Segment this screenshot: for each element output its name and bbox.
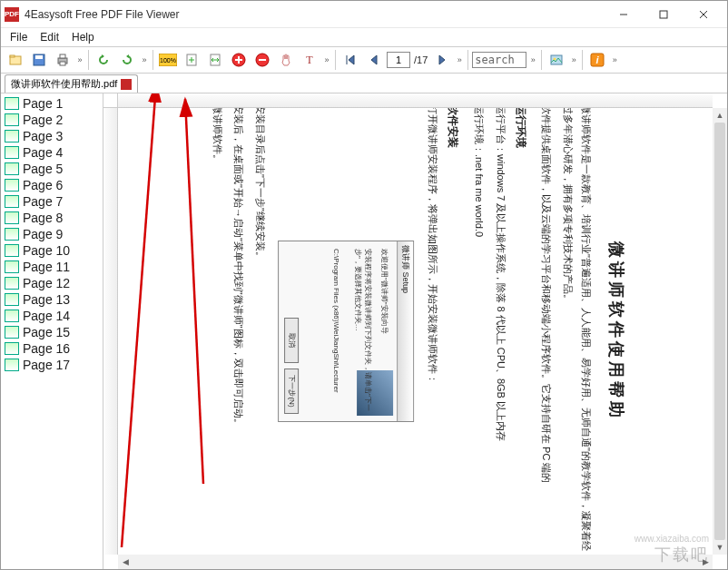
menu-help[interactable]: Help (66, 29, 100, 45)
zoom-in-button[interactable] (228, 49, 250, 71)
page-icon (5, 211, 19, 224)
maximize-button[interactable] (644, 2, 684, 27)
page-icon (5, 228, 19, 241)
scroll-up-button[interactable]: ▲ (713, 108, 727, 123)
page-thumb-16[interactable]: Page 16 (3, 340, 101, 357)
info-button[interactable]: i (586, 49, 608, 71)
scrollbar-vertical[interactable]: ▲ ▼ (713, 108, 727, 555)
toolbar-expander-3[interactable]: » (322, 55, 331, 64)
print-button[interactable] (52, 49, 74, 71)
page-thumb-15[interactable]: Page 15 (3, 324, 101, 340)
page-thumb-8[interactable]: Page 8 (3, 210, 101, 226)
page-count-label: /17 (412, 54, 429, 65)
ruler-vertical (103, 108, 118, 555)
scroll-left-button[interactable]: ◀ (118, 555, 133, 569)
zoom-out-button[interactable] (251, 49, 273, 71)
next-page-button[interactable] (431, 49, 453, 71)
page-thumb-3[interactable]: Page 3 (3, 128, 101, 144)
page-thumb-9[interactable]: Page 9 (3, 226, 101, 242)
doc-paragraph: 安装后，在桌面或"开始→启动"菜单中找到"微讲师"图标，双击即可启动。 (229, 108, 247, 555)
scroll-down-button[interactable]: ▼ (713, 540, 727, 555)
search-input[interactable] (472, 52, 526, 68)
page-canvas-wrap[interactable]: 微讲师软件使用帮助 微讲师软件是一款教育、培训行业"普遍适用、人人能用、易学好用… (118, 108, 713, 555)
save-button[interactable] (28, 49, 50, 71)
page-thumbnails-sidebar[interactable]: Page 1 Page 2 Page 3 Page 4 Page 5 Page … (1, 93, 103, 569)
page-icon (5, 342, 19, 355)
page-thumb-10[interactable]: Page 10 (3, 242, 101, 259)
page-icon (5, 162, 19, 175)
page-thumb-5[interactable]: Page 5 (3, 161, 101, 177)
watermark-brand: 下载吧 (654, 544, 709, 565)
zoom-actual-button[interactable]: 100% (157, 49, 179, 71)
page-thumb-12[interactable]: Page 12 (3, 275, 101, 291)
page-icon (5, 326, 19, 339)
prev-page-button[interactable] (363, 49, 385, 71)
document-content: 微讲师软件使用帮助 微讲师软件是一款教育、培训行业"普遍适用、人人能用、易学好用… (203, 108, 626, 555)
page-thumb-14[interactable]: Page 14 (3, 308, 101, 324)
doc-heading: 软件安装 (445, 108, 460, 555)
toolbar-expander-5[interactable]: » (528, 55, 537, 64)
svg-rect-10 (60, 62, 65, 65)
menu-file[interactable]: File (5, 29, 33, 45)
page-icon (5, 97, 19, 110)
snapshot-button[interactable] (546, 49, 567, 71)
document-tabstrip: 微讲师软件使用帮助.pdf (1, 74, 727, 93)
toolbar: » » 100% T » /17 » » » i » (1, 46, 727, 74)
toolbar-expander-6[interactable]: » (569, 55, 578, 64)
svg-text:T: T (306, 54, 313, 66)
open-button[interactable] (5, 49, 26, 71)
page-icon (5, 293, 19, 306)
app-icon: PDF (5, 7, 19, 22)
doc-paragraph: 安装目录后点击"下一步"继续安装。 (251, 108, 269, 555)
toolbar-expander-1[interactable]: » (75, 55, 84, 64)
first-page-button[interactable] (339, 49, 361, 71)
menubar: File Edit Help (1, 28, 727, 46)
setup-next-button: 下一步(N) (284, 369, 299, 414)
ruler-corner (103, 93, 118, 108)
doc-paragraph: 运行环境：.net fra me world.0 (469, 108, 487, 555)
fit-width-button[interactable] (204, 49, 226, 71)
hand-tool-button[interactable] (275, 49, 297, 71)
scrollbar-horizontal[interactable]: ◀ ▶ (118, 555, 713, 569)
page-number-input[interactable] (387, 52, 410, 68)
toolbar-expander-2[interactable]: » (140, 55, 149, 64)
doc-paragraph: 软件提供桌面软件，以及云端的学习平台和移动端小程序软件。它支持自研在 PC 端的 (536, 108, 555, 555)
page-thumb-7[interactable]: Page 7 (3, 193, 101, 210)
workspace: Page 1 Page 2 Page 3 Page 4 Page 5 Page … (1, 93, 727, 569)
text-select-button[interactable]: T (299, 49, 320, 71)
doc-paragraph: 微讲师软件是一款教育、培训行业"普遍适用、人人能用、易学好用、无师自通"的教学软… (558, 108, 595, 555)
scroll-thumb[interactable] (714, 123, 725, 540)
doc-paragraph: 微讲师软件。 (207, 108, 225, 555)
page-thumb-2[interactable]: Page 2 (3, 112, 101, 128)
ruler-horizontal (118, 93, 713, 108)
page-icon (5, 179, 19, 192)
page-icon (5, 359, 19, 371)
page-thumb-4[interactable]: Page 4 (3, 144, 101, 161)
minimize-button[interactable] (604, 2, 644, 27)
page-thumb-13[interactable]: Page 13 (3, 291, 101, 308)
toolbar-expander-4[interactable]: » (455, 55, 464, 64)
page-thumb-1[interactable]: Page 1 (3, 95, 101, 112)
rotate-cw-button[interactable] (116, 49, 138, 71)
setup-title: 微讲师 Setup (397, 241, 413, 421)
fit-page-button[interactable] (181, 49, 202, 71)
toolbar-expander-7[interactable]: » (610, 55, 619, 64)
page-thumb-11[interactable]: Page 11 (3, 259, 101, 275)
doc-paragraph: 运行平台：windows 7 及以上操作系统，除落 8 代以上 CPU、8GB … (490, 108, 508, 555)
menu-edit[interactable]: Edit (34, 29, 64, 45)
rotate-ccw-button[interactable] (93, 49, 114, 71)
page-icon (5, 113, 19, 126)
document-tab[interactable]: 微讲师软件使用帮助.pdf (5, 74, 138, 93)
page-icon (5, 277, 19, 290)
page-icon (5, 310, 19, 322)
page-icon (5, 244, 19, 257)
page-icon (5, 146, 19, 159)
page-icon (5, 260, 19, 273)
svg-text:100%: 100% (160, 57, 176, 64)
page-thumb-6[interactable]: Page 6 (3, 177, 101, 193)
page-thumb-17[interactable]: Page 17 (3, 357, 101, 373)
page-icon (5, 195, 19, 208)
svg-rect-7 (35, 55, 43, 59)
titlebar: PDF 4Easysoft Free PDF File Viewer (1, 1, 727, 28)
close-button[interactable] (684, 2, 723, 27)
